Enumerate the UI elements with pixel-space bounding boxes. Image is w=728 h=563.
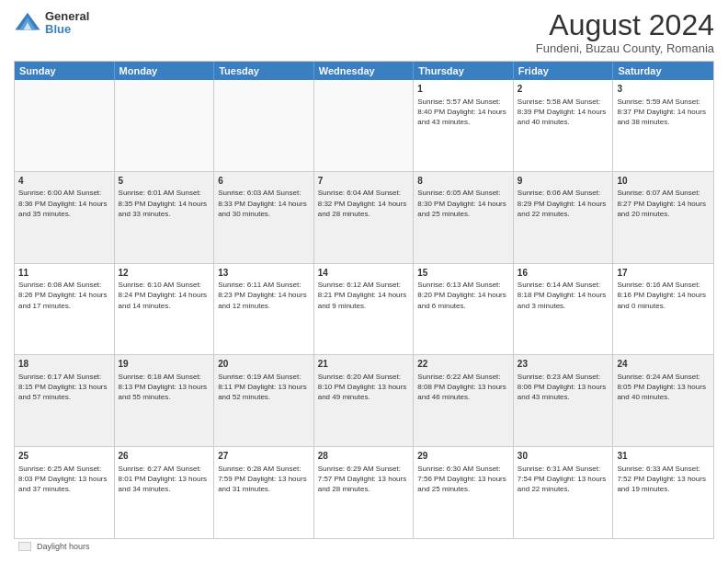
calendar-cell: 7Sunrise: 6:04 AM Sunset: 8:32 PM Daylig… xyxy=(314,172,415,263)
cell-info: Sunrise: 6:08 AM Sunset: 8:26 PM Dayligh… xyxy=(18,280,110,311)
day-number: 5 xyxy=(119,175,210,188)
calendar-row-1: 4Sunrise: 6:00 AM Sunset: 8:36 PM Daylig… xyxy=(15,172,713,264)
day-number: 10 xyxy=(617,175,710,188)
cell-info: Sunrise: 6:31 AM Sunset: 7:54 PM Dayligh… xyxy=(518,464,609,495)
cell-info: Sunrise: 6:14 AM Sunset: 8:18 PM Dayligh… xyxy=(518,280,609,311)
calendar-cell: 8Sunrise: 6:05 AM Sunset: 8:30 PM Daylig… xyxy=(414,172,514,263)
day-header-tuesday: Tuesday xyxy=(214,62,314,80)
day-number: 9 xyxy=(518,175,609,188)
cell-info: Sunrise: 6:23 AM Sunset: 8:06 PM Dayligh… xyxy=(518,372,609,403)
day-header-saturday: Saturday xyxy=(613,62,713,80)
day-header-thursday: Thursday xyxy=(414,62,514,80)
calendar-cell: 20Sunrise: 6:19 AM Sunset: 8:11 PM Dayli… xyxy=(214,355,314,446)
calendar-row-4: 25Sunrise: 6:25 AM Sunset: 8:03 PM Dayli… xyxy=(15,447,713,538)
day-number: 23 xyxy=(518,358,609,371)
day-header-friday: Friday xyxy=(514,62,614,80)
day-number: 25 xyxy=(18,450,110,463)
day-number: 21 xyxy=(318,358,410,371)
footer-note: Daylight hours xyxy=(14,539,714,554)
cell-info: Sunrise: 6:04 AM Sunset: 8:32 PM Dayligh… xyxy=(318,188,410,219)
day-number: 26 xyxy=(119,450,210,463)
day-number: 11 xyxy=(18,267,110,280)
cell-info: Sunrise: 6:29 AM Sunset: 7:57 PM Dayligh… xyxy=(318,464,410,495)
day-number: 14 xyxy=(318,267,410,280)
day-number: 19 xyxy=(119,358,210,371)
day-number: 22 xyxy=(417,358,509,371)
cell-info: Sunrise: 6:24 AM Sunset: 8:05 PM Dayligh… xyxy=(617,372,710,403)
footer-label: Daylight hours xyxy=(37,542,90,551)
calendar-cell: 1Sunrise: 5:57 AM Sunset: 8:40 PM Daylig… xyxy=(414,80,514,171)
day-number: 24 xyxy=(617,358,710,371)
calendar-cell: 11Sunrise: 6:08 AM Sunset: 8:26 PM Dayli… xyxy=(15,264,115,355)
calendar-cell: 15Sunrise: 6:13 AM Sunset: 8:20 PM Dayli… xyxy=(414,264,514,355)
calendar-cell: 28Sunrise: 6:29 AM Sunset: 7:57 PM Dayli… xyxy=(314,447,415,538)
cell-info: Sunrise: 6:07 AM Sunset: 8:27 PM Dayligh… xyxy=(617,188,710,219)
cell-info: Sunrise: 6:05 AM Sunset: 8:30 PM Dayligh… xyxy=(417,188,509,219)
day-number: 13 xyxy=(218,267,310,280)
main-title: August 2024 xyxy=(536,9,714,41)
cell-info: Sunrise: 6:28 AM Sunset: 7:59 PM Dayligh… xyxy=(218,464,310,495)
logo-text: General Blue xyxy=(45,10,89,37)
calendar-cell: 14Sunrise: 6:12 AM Sunset: 8:21 PM Dayli… xyxy=(314,264,415,355)
day-number: 1 xyxy=(417,83,509,96)
calendar-cell xyxy=(15,80,115,171)
logo-icon xyxy=(14,9,41,37)
logo: General Blue xyxy=(14,9,89,37)
cell-info: Sunrise: 6:01 AM Sunset: 8:35 PM Dayligh… xyxy=(119,188,210,219)
calendar-row-2: 11Sunrise: 6:08 AM Sunset: 8:26 PM Dayli… xyxy=(15,264,713,356)
calendar-cell: 6Sunrise: 6:03 AM Sunset: 8:33 PM Daylig… xyxy=(214,172,314,263)
calendar-cell: 4Sunrise: 6:00 AM Sunset: 8:36 PM Daylig… xyxy=(15,172,115,263)
day-number: 27 xyxy=(218,450,310,463)
title-block: August 2024 Fundeni, Buzau County, Roman… xyxy=(536,9,714,55)
calendar: Sunday Monday Tuesday Wednesday Thursday… xyxy=(14,61,714,539)
day-number: 31 xyxy=(617,450,710,463)
calendar-cell: 19Sunrise: 6:18 AM Sunset: 8:13 PM Dayli… xyxy=(115,355,215,446)
day-number: 15 xyxy=(417,267,509,280)
cell-info: Sunrise: 6:00 AM Sunset: 8:36 PM Dayligh… xyxy=(18,188,110,219)
calendar-cell: 25Sunrise: 6:25 AM Sunset: 8:03 PM Dayli… xyxy=(15,447,115,538)
logo-blue: Blue xyxy=(45,23,89,36)
cell-info: Sunrise: 5:57 AM Sunset: 8:40 PM Dayligh… xyxy=(417,97,509,128)
cell-info: Sunrise: 5:59 AM Sunset: 8:37 PM Dayligh… xyxy=(617,97,710,128)
calendar-cell: 13Sunrise: 6:11 AM Sunset: 8:23 PM Dayli… xyxy=(214,264,314,355)
calendar-cell: 23Sunrise: 6:23 AM Sunset: 8:06 PM Dayli… xyxy=(514,355,614,446)
subtitle: Fundeni, Buzau County, Romania xyxy=(536,41,714,55)
calendar-cell: 26Sunrise: 6:27 AM Sunset: 8:01 PM Dayli… xyxy=(115,447,215,538)
cell-info: Sunrise: 6:17 AM Sunset: 8:15 PM Dayligh… xyxy=(18,372,110,403)
calendar-cell: 31Sunrise: 6:33 AM Sunset: 7:52 PM Dayli… xyxy=(613,447,713,538)
cell-info: Sunrise: 6:19 AM Sunset: 8:11 PM Dayligh… xyxy=(218,372,310,403)
cell-info: Sunrise: 6:27 AM Sunset: 8:01 PM Dayligh… xyxy=(119,464,210,495)
day-number: 28 xyxy=(318,450,410,463)
footer-swatch xyxy=(18,542,31,551)
calendar-cell: 22Sunrise: 6:22 AM Sunset: 8:08 PM Dayli… xyxy=(414,355,514,446)
day-number: 20 xyxy=(218,358,310,371)
day-header-sunday: Sunday xyxy=(15,62,115,80)
logo-general: General xyxy=(45,10,89,23)
page: General Blue August 2024 Fundeni, Buzau … xyxy=(0,0,728,563)
calendar-cell: 9Sunrise: 6:06 AM Sunset: 8:29 PM Daylig… xyxy=(514,172,614,263)
calendar-cell: 30Sunrise: 6:31 AM Sunset: 7:54 PM Dayli… xyxy=(514,447,614,538)
cell-info: Sunrise: 5:58 AM Sunset: 8:39 PM Dayligh… xyxy=(518,97,609,128)
calendar-cell: 18Sunrise: 6:17 AM Sunset: 8:15 PM Dayli… xyxy=(15,355,115,446)
cell-info: Sunrise: 6:11 AM Sunset: 8:23 PM Dayligh… xyxy=(218,280,310,311)
calendar-row-3: 18Sunrise: 6:17 AM Sunset: 8:15 PM Dayli… xyxy=(15,355,713,447)
cell-info: Sunrise: 6:13 AM Sunset: 8:20 PM Dayligh… xyxy=(417,280,509,311)
calendar-cell: 27Sunrise: 6:28 AM Sunset: 7:59 PM Dayli… xyxy=(214,447,314,538)
day-number: 30 xyxy=(518,450,609,463)
calendar-cell: 2Sunrise: 5:58 AM Sunset: 8:39 PM Daylig… xyxy=(514,80,614,171)
calendar-cell xyxy=(314,80,415,171)
day-header-wednesday: Wednesday xyxy=(314,62,415,80)
calendar-cell: 3Sunrise: 5:59 AM Sunset: 8:37 PM Daylig… xyxy=(613,80,713,171)
cell-info: Sunrise: 6:25 AM Sunset: 8:03 PM Dayligh… xyxy=(18,464,110,495)
calendar-cell: 5Sunrise: 6:01 AM Sunset: 8:35 PM Daylig… xyxy=(115,172,215,263)
calendar-cell: 16Sunrise: 6:14 AM Sunset: 8:18 PM Dayli… xyxy=(514,264,614,355)
cell-info: Sunrise: 6:10 AM Sunset: 8:24 PM Dayligh… xyxy=(119,280,210,311)
day-number: 18 xyxy=(18,358,110,371)
day-number: 29 xyxy=(417,450,509,463)
day-number: 7 xyxy=(318,175,410,188)
day-header-monday: Monday xyxy=(115,62,215,80)
cell-info: Sunrise: 6:22 AM Sunset: 8:08 PM Dayligh… xyxy=(417,372,509,403)
day-number: 8 xyxy=(417,175,509,188)
calendar-row-0: 1Sunrise: 5:57 AM Sunset: 8:40 PM Daylig… xyxy=(15,80,713,172)
cell-info: Sunrise: 6:16 AM Sunset: 8:16 PM Dayligh… xyxy=(617,280,710,311)
